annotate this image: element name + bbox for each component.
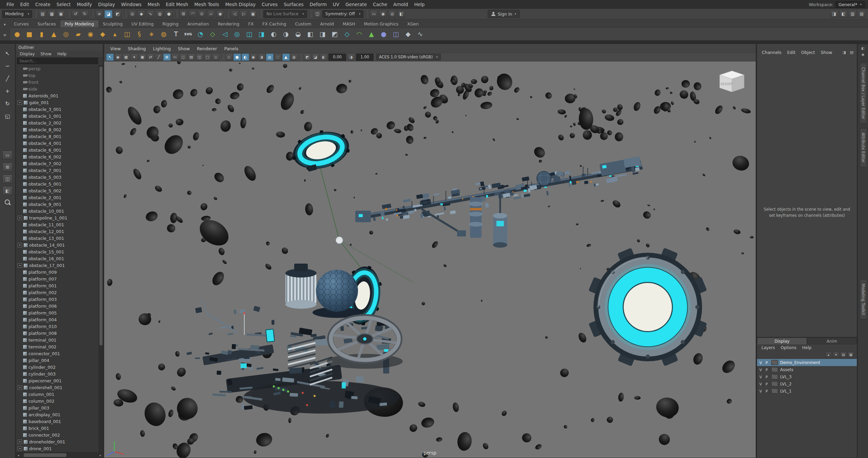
- layer-visibility-toggle[interactable]: V: [758, 375, 764, 379]
- menu-help[interactable]: Help: [411, 0, 428, 9]
- four-pane-layout-button[interactable]: ⊞: [2, 163, 13, 171]
- select-curves-mask-icon[interactable]: ∿: [147, 10, 154, 18]
- outliner-item-obstacle_5_002[interactable]: obstacle_5_002: [16, 187, 99, 194]
- sidebar-channel-box-toggle-icon[interactable]: ▥: [849, 10, 856, 18]
- make-live-icon[interactable]: ◉: [216, 10, 224, 18]
- expand-toggle-icon[interactable]: +: [18, 100, 22, 105]
- outliner-item-cylinder_002[interactable]: cylinder_002: [16, 364, 99, 370]
- expand-toggle-icon[interactable]: +: [18, 440, 22, 444]
- smooth-shade-icon[interactable]: ●: [233, 54, 241, 61]
- viewport-3d-scene[interactable]: RESORT: [104, 61, 756, 458]
- smooth-tool[interactable]: ●: [378, 28, 389, 40]
- layer-visibility-toggle[interactable]: V: [758, 389, 764, 393]
- viewport-menu-show[interactable]: Show: [174, 46, 193, 51]
- image-plane-icon[interactable]: ▣: [139, 54, 146, 61]
- menu-cache[interactable]: Cache: [370, 0, 390, 9]
- poly-type-tool[interactable]: T: [170, 28, 182, 40]
- channel-box-menu-edit[interactable]: Edit: [785, 50, 798, 55]
- construction-history-icon[interactable]: ▣: [249, 10, 257, 18]
- xray-icon[interactable]: ◪: [312, 54, 319, 61]
- poly-cube-tool[interactable]: ■: [24, 28, 35, 40]
- channel-manipulator-icon[interactable]: ▤: [849, 50, 855, 55]
- viewport-canvas[interactable]: RESORT persp: [104, 61, 756, 458]
- anti-aliasing-icon[interactable]: ▲: [282, 54, 290, 61]
- outliner-item-obstacle_13_001[interactable]: obstacle_13_001: [16, 235, 99, 242]
- exposure-icon[interactable]: ◐: [320, 54, 327, 61]
- outliner-item-platform_006[interactable]: platform_006: [16, 303, 99, 309]
- outliner-item-droneholder_001[interactable]: +droneholder_001: [16, 438, 99, 445]
- poly-pyramid-tool[interactable]: ▴: [109, 28, 120, 40]
- menu-deform[interactable]: Deform: [307, 0, 330, 9]
- select-object-mode-icon[interactable]: ◪: [105, 10, 112, 18]
- shelf-tab-poly-modeling[interactable]: Poly Modeling: [60, 20, 98, 27]
- expand-toggle-icon[interactable]: +: [18, 243, 22, 247]
- move-layer-up-icon[interactable]: ▴: [825, 352, 832, 358]
- layer-visibility-toggle[interactable]: V: [758, 368, 764, 372]
- select-joints-mask-icon[interactable]: ◆: [137, 10, 145, 18]
- viewport-menu-renderer[interactable]: Renderer: [193, 46, 220, 51]
- new-empty-layer-icon[interactable]: ▤: [840, 352, 847, 358]
- outliner-item-obstacle_10_001[interactable]: obstacle_10_001: [16, 208, 99, 214]
- symmetry-selector[interactable]: Symmetry: Off▾: [322, 10, 363, 18]
- resolution-gate-icon[interactable]: ◻: [180, 54, 187, 61]
- outliner-item-platform_002[interactable]: platform_002: [16, 289, 99, 296]
- outliner-item-cylinder_003[interactable]: cylinder_003: [16, 370, 99, 377]
- outliner-search-input[interactable]: [17, 58, 98, 64]
- move-tool[interactable]: +: [2, 86, 13, 96]
- poly-disc-tool[interactable]: ◉: [85, 28, 96, 40]
- platonic-solid-tool[interactable]: ◆: [97, 28, 108, 40]
- layer-editor-menu-help[interactable]: Help: [799, 345, 814, 350]
- separate-tool[interactable]: ◨: [317, 28, 328, 40]
- camera-attributes-icon[interactable]: ▦: [122, 54, 130, 61]
- shelf-tab-xgen[interactable]: XGen: [403, 20, 423, 27]
- poly-sphere-tool[interactable]: ●: [12, 28, 23, 40]
- workspace-selector[interactable]: General* ▾: [835, 1, 865, 8]
- outliner-menu-display[interactable]: Display: [17, 52, 37, 56]
- bevel-tool[interactable]: ◇: [341, 28, 353, 40]
- sidebar-modeling-toolkit-toggle-icon[interactable]: ▤: [858, 10, 866, 18]
- two-pane-layout-button[interactable]: ◫: [2, 174, 13, 183]
- outliner-item-obstacle_4_001[interactable]: obstacle_4_001: [16, 140, 99, 147]
- outliner-menu-show[interactable]: Show: [38, 52, 54, 56]
- poly-cone-tool[interactable]: ▲: [48, 28, 59, 40]
- insert-edge-loop-tool[interactable]: ◫: [244, 28, 255, 40]
- outliner-item-baseboard_001[interactable]: baseboard_001: [16, 418, 99, 425]
- outliner-item-obstacle_5_003[interactable]: obstacle_5_003: [16, 174, 99, 180]
- motion-blur-icon[interactable]: ◌: [274, 54, 282, 61]
- menu-mesh-tools[interactable]: Mesh Tools: [191, 0, 222, 9]
- multi-cut-tool[interactable]: ◁: [219, 28, 230, 40]
- layer-editor-menu-layers[interactable]: Layers: [759, 345, 778, 350]
- layer-playback-toggle[interactable]: P: [764, 361, 770, 365]
- gamma-icon[interactable]: ◑: [347, 54, 355, 61]
- menu-curves[interactable]: Curves: [259, 0, 281, 9]
- layer-color-swatch[interactable]: [771, 360, 778, 365]
- svg-tool[interactable]: SVG: [183, 28, 194, 40]
- channel-display-options-icon[interactable]: ◨: [841, 50, 847, 55]
- outliner-item-platform_008[interactable]: platform_008: [16, 330, 99, 337]
- input-connections-icon[interactable]: ◁: [231, 10, 239, 18]
- menu-mesh[interactable]: Mesh: [145, 0, 163, 9]
- channel-box-menu-show[interactable]: Show: [818, 50, 835, 55]
- outliner-item-obstacle_15_001[interactable]: obstacle_15_001: [16, 248, 99, 255]
- menu-create[interactable]: Create: [32, 0, 54, 9]
- menu-uv[interactable]: UV: [330, 0, 342, 9]
- boolean-intersection-tool[interactable]: ◒: [293, 28, 304, 40]
- outliner-item-obstacle_8_001[interactable]: obstacle_8_001: [16, 133, 99, 140]
- layer-playback-toggle[interactable]: P: [764, 389, 770, 393]
- scrollbar-thumb[interactable]: [24, 453, 66, 457]
- menu-file[interactable]: File: [3, 0, 17, 9]
- scroll-right-icon[interactable]: ▸: [98, 454, 103, 457]
- dock-panel-icon[interactable]: ◧: [860, 46, 866, 51]
- layer-editor-tab-display[interactable]: Display: [757, 338, 807, 344]
- select-surfaces-mask-icon[interactable]: ◍: [156, 10, 164, 18]
- outliner-item-obstacle_2_002[interactable]: obstacle_2_002: [16, 119, 99, 126]
- shelf-tab-sculpting[interactable]: Sculpting: [98, 20, 127, 27]
- outliner-item-obstacle_6_001[interactable]: obstacle_6_001: [16, 147, 99, 153]
- outliner-item-gate_001[interactable]: +gate_001: [16, 99, 99, 106]
- layer-row-LVL_2[interactable]: VPLVL_2: [757, 380, 857, 387]
- channel-box-menu-channels[interactable]: Channels: [759, 50, 784, 55]
- viewport-menu-panels[interactable]: Panels: [221, 46, 242, 51]
- expand-toggle-icon[interactable]: +: [18, 446, 22, 451]
- layer-playback-toggle[interactable]: P: [764, 375, 770, 379]
- shelf-tab-fx[interactable]: FX: [244, 20, 258, 27]
